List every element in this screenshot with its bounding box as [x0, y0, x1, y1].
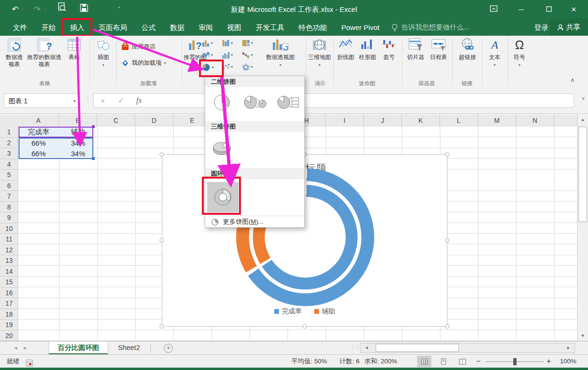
store-button[interactable]: 应用商店 — [121, 42, 156, 51]
column-header-D[interactable]: D — [135, 114, 173, 127]
ribbon-tab-10[interactable]: Power Pivot — [334, 19, 387, 36]
row-header-15[interactable]: 15 — [0, 277, 18, 288]
insert-radar-chart-button[interactable]: ▾ — [242, 63, 253, 70]
horizontal-scroll-thumb[interactable] — [376, 344, 459, 352]
row-header-18[interactable]: 18 — [0, 309, 18, 320]
cancel-icon[interactable]: × — [94, 97, 112, 105]
formula-input-panel[interactable]: × ✓ fx — [93, 93, 574, 108]
my-addins-button[interactable]: 我的加载项 ▾ — [121, 59, 166, 67]
row-header-12[interactable]: 12 — [0, 245, 18, 256]
sparkline-winloss-button[interactable]: 盈亏 — [379, 38, 399, 61]
range-handle[interactable] — [92, 125, 95, 128]
sparkline-column-button[interactable]: 柱形图 — [357, 38, 378, 61]
insert-bar-chart-button[interactable]: ▾ — [222, 40, 233, 47]
chart-handle[interactable] — [445, 238, 449, 242]
ribbon-tab-7[interactable]: 视图 — [220, 19, 249, 36]
normal-view-button[interactable] — [417, 356, 431, 367]
ribbon-tab-8[interactable]: 开发工具 — [249, 19, 291, 36]
timeline-button[interactable]: 日程表 — [428, 38, 449, 61]
minimize-button[interactable]: ─ — [511, 0, 532, 19]
column-header-M[interactable]: M — [478, 114, 516, 127]
enter-icon[interactable]: ✓ — [112, 96, 130, 105]
chart-handle[interactable] — [445, 152, 449, 157]
menu-item-more-pie-charts[interactable]: 更多饼图(M)... — [205, 216, 304, 228]
row-header-9[interactable]: 9 — [0, 212, 18, 223]
sheet-tab-sheet2[interactable]: Sheet2 — [110, 341, 149, 354]
range-handle[interactable] — [92, 157, 95, 160]
pivotchart-button[interactable]: 数据透视图 ▾ — [265, 38, 296, 69]
close-button[interactable]: × — [563, 0, 584, 19]
column-header-L[interactable]: L — [440, 114, 478, 127]
collapse-ribbon-icon[interactable]: ∧ — [570, 77, 575, 83]
hyperlink-button[interactable]: 超链接 — [455, 38, 480, 61]
ribbon-tab-4[interactable]: 公式 — [134, 19, 163, 36]
share-button[interactable]: 共享 — [550, 19, 588, 36]
vertical-scroll-thumb[interactable] — [578, 127, 587, 222]
scroll-left-icon[interactable]: ◄ — [361, 343, 372, 352]
column-header-N[interactable]: N — [516, 114, 554, 127]
row-header-4[interactable]: 4 — [0, 159, 18, 170]
illustrations-button[interactable]: 插图 ▾ — [92, 38, 114, 69]
insert-waterfall-chart-button[interactable]: ▾ — [242, 51, 253, 59]
recommended-pivottables-button[interactable]: ? 推荐的数据透视表 — [26, 38, 63, 68]
zoom-level[interactable]: 100% — [560, 355, 577, 368]
row-header-10[interactable]: 10 — [0, 223, 18, 234]
sheet-nav-right-icon[interactable]: ► — [23, 341, 28, 355]
column-header-I[interactable]: I — [326, 114, 364, 127]
ribbon-tab-3[interactable]: 页面布局 — [91, 19, 134, 36]
chart-handle[interactable] — [302, 324, 307, 329]
chart-legend[interactable]: 完成率辅助 — [162, 307, 447, 316]
table-button[interactable]: 表格 — [64, 38, 85, 61]
scroll-right-icon[interactable]: ► — [563, 343, 574, 352]
maximize-button[interactable] — [538, 0, 559, 19]
name-box[interactable]: 图表 1 ▾ — [4, 93, 80, 108]
sparkline-line-button[interactable]: 折线图 — [335, 38, 356, 61]
insert-hierarchy-chart-button[interactable]: ▾ — [242, 40, 253, 47]
ribbon-tab-5[interactable]: 数据 — [163, 19, 191, 36]
insert-column-chart-button[interactable]: ▾ — [202, 40, 213, 47]
zoom-out-button[interactable]: − — [476, 355, 480, 368]
ribbon-tab-1[interactable]: 开始 — [34, 19, 63, 36]
name-box-dropdown-icon[interactable]: ▾ — [73, 94, 76, 108]
row-header-17[interactable]: 17 — [0, 298, 18, 309]
macro-record-icon[interactable] — [26, 358, 33, 365]
tell-me-box[interactable]: 告诉我您想要做什么... — [391, 19, 469, 36]
row-header-6[interactable]: 6 — [0, 180, 18, 191]
sign-in-button[interactable]: 登录 — [534, 19, 548, 36]
row-header-8[interactable]: 8 — [0, 202, 18, 213]
row-header-19[interactable]: 19 — [0, 320, 18, 330]
menu-item-pie-of-pie[interactable] — [242, 89, 268, 116]
chart-handle[interactable] — [159, 238, 164, 242]
chart-handle[interactable] — [159, 152, 164, 157]
row-header-2[interactable]: 2 — [0, 138, 18, 149]
menu-item-pie-3d[interactable] — [209, 133, 235, 161]
zoom-slider-thumb[interactable] — [513, 358, 517, 365]
expand-formula-bar-icon[interactable]: ∨ — [581, 95, 585, 101]
symbols-button[interactable]: Ω 符号 ▾ — [508, 38, 530, 69]
scroll-up-icon[interactable]: ▲ — [578, 117, 588, 122]
page-layout-view-button[interactable] — [436, 356, 450, 367]
ribbon-tab-0[interactable]: 文件 — [6, 19, 34, 36]
new-sheet-button[interactable]: + — [164, 344, 173, 353]
sheet-tab-active[interactable]: 百分比圆环图 — [49, 341, 108, 354]
sheet-nav-left-icon[interactable]: ◄ — [13, 341, 18, 355]
horizontal-scrollbar[interactable]: ◄ ► — [360, 343, 575, 353]
insert-function-icon[interactable]: fx — [130, 96, 148, 105]
chart-handle[interactable] — [159, 324, 164, 329]
menu-item-pie[interactable] — [209, 89, 235, 116]
text-button[interactable]: A 文本 ▾ — [484, 38, 506, 69]
insert-column2-chart-button[interactable]: ▾ — [222, 51, 233, 59]
slicer-button[interactable]: 切片器 — [405, 38, 427, 61]
column-header-J[interactable]: J — [364, 114, 402, 127]
3d-map-button[interactable]: 三维地图 ▾ — [308, 38, 331, 69]
ribbon-display-options-icon[interactable] — [483, 0, 504, 19]
row-header-16[interactable]: 16 — [0, 288, 18, 299]
page-break-view-button[interactable] — [455, 356, 469, 367]
row-header-5[interactable]: 5 — [0, 170, 18, 180]
scroll-down-icon[interactable]: ▼ — [578, 333, 588, 338]
ribbon-tab-6[interactable]: 审阅 — [191, 19, 220, 36]
insert-line-chart-button[interactable]: ▾ — [202, 51, 213, 59]
row-header-13[interactable]: 13 — [0, 255, 18, 266]
vertical-scrollbar[interactable]: ▲ ▼ — [577, 114, 588, 341]
row-header-14[interactable]: 14 — [0, 266, 18, 277]
